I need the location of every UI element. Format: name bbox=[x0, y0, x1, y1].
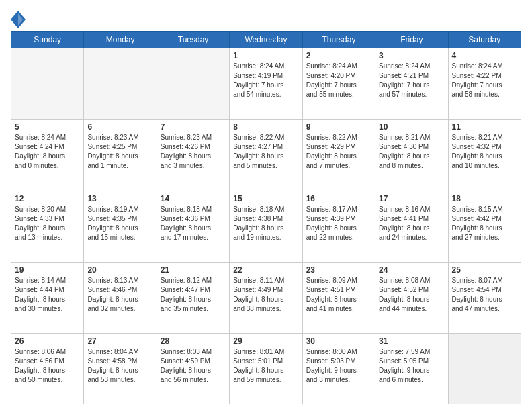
day-info: Sunrise: 8:19 AM Sunset: 4:35 PM Dayligh… bbox=[87, 205, 152, 242]
day-info: Sunrise: 8:16 AM Sunset: 4:41 PM Dayligh… bbox=[379, 205, 444, 242]
day-cell: 14Sunrise: 8:18 AM Sunset: 4:36 PM Dayli… bbox=[157, 191, 229, 262]
week-row: 5Sunrise: 8:24 AM Sunset: 4:24 PM Daylig… bbox=[11, 120, 521, 191]
day-info: Sunrise: 8:03 AM Sunset: 4:59 PM Dayligh… bbox=[161, 347, 226, 385]
day-cell: 22Sunrise: 8:11 AM Sunset: 4:49 PM Dayli… bbox=[230, 262, 302, 333]
day-info: Sunrise: 8:06 AM Sunset: 4:56 PM Dayligh… bbox=[15, 347, 80, 385]
day-info: Sunrise: 8:14 AM Sunset: 4:44 PM Dayligh… bbox=[15, 276, 80, 314]
day-number: 20 bbox=[87, 265, 152, 275]
day-number: 22 bbox=[233, 265, 298, 275]
day-cell: 3Sunrise: 8:24 AM Sunset: 4:21 PM Daylig… bbox=[375, 48, 448, 120]
day-cell: 31Sunrise: 7:59 AM Sunset: 5:05 PM Dayli… bbox=[375, 334, 448, 404]
day-cell: 27Sunrise: 8:04 AM Sunset: 4:58 PM Dayli… bbox=[84, 334, 157, 404]
day-number: 7 bbox=[161, 122, 226, 132]
day-number: 3 bbox=[379, 51, 444, 60]
day-number: 4 bbox=[452, 51, 517, 60]
day-info: Sunrise: 8:23 AM Sunset: 4:26 PM Dayligh… bbox=[161, 133, 226, 171]
day-cell bbox=[84, 48, 157, 120]
day-cell: 6Sunrise: 8:23 AM Sunset: 4:25 PM Daylig… bbox=[84, 120, 157, 191]
day-number: 1 bbox=[233, 51, 298, 60]
day-cell: 18Sunrise: 8:15 AM Sunset: 4:42 PM Dayli… bbox=[448, 191, 521, 262]
day-cell: 26Sunrise: 8:06 AM Sunset: 4:56 PM Dayli… bbox=[11, 334, 84, 404]
day-number: 24 bbox=[379, 265, 444, 275]
day-info: Sunrise: 8:12 AM Sunset: 4:47 PM Dayligh… bbox=[161, 276, 226, 314]
day-cell: 30Sunrise: 8:00 AM Sunset: 5:03 PM Dayli… bbox=[302, 334, 375, 404]
day-info: Sunrise: 8:23 AM Sunset: 4:25 PM Dayligh… bbox=[87, 133, 152, 171]
header bbox=[11, 11, 521, 26]
day-number: 18 bbox=[452, 194, 517, 203]
calendar-header: SundayMondayTuesdayWednesdayThursdayFrid… bbox=[11, 32, 521, 48]
week-row: 19Sunrise: 8:14 AM Sunset: 4:44 PM Dayli… bbox=[11, 262, 521, 333]
day-number: 21 bbox=[161, 265, 226, 275]
day-number: 2 bbox=[306, 51, 371, 60]
day-cell: 19Sunrise: 8:14 AM Sunset: 4:44 PM Dayli… bbox=[11, 262, 84, 333]
day-info: Sunrise: 8:08 AM Sunset: 4:52 PM Dayligh… bbox=[379, 276, 444, 314]
day-header: Friday bbox=[375, 32, 448, 48]
day-cell: 15Sunrise: 8:18 AM Sunset: 4:38 PM Dayli… bbox=[230, 191, 302, 262]
day-info: Sunrise: 8:24 AM Sunset: 4:21 PM Dayligh… bbox=[379, 62, 444, 99]
day-cell: 17Sunrise: 8:16 AM Sunset: 4:41 PM Dayli… bbox=[375, 191, 448, 262]
day-header: Thursday bbox=[302, 32, 375, 48]
day-number: 8 bbox=[233, 122, 298, 132]
day-number: 9 bbox=[306, 122, 371, 132]
day-cell: 2Sunrise: 8:24 AM Sunset: 4:20 PM Daylig… bbox=[302, 48, 375, 120]
day-cell: 1Sunrise: 8:24 AM Sunset: 4:19 PM Daylig… bbox=[230, 48, 302, 120]
day-info: Sunrise: 8:21 AM Sunset: 4:30 PM Dayligh… bbox=[379, 133, 444, 171]
day-cell: 10Sunrise: 8:21 AM Sunset: 4:30 PM Dayli… bbox=[375, 120, 448, 191]
day-header: Saturday bbox=[448, 32, 521, 48]
day-number: 29 bbox=[233, 336, 298, 346]
day-cell bbox=[157, 48, 229, 120]
day-number: 13 bbox=[87, 194, 152, 203]
page: SundayMondayTuesdayWednesdayThursdayFrid… bbox=[0, 0, 532, 411]
day-cell: 12Sunrise: 8:20 AM Sunset: 4:33 PM Dayli… bbox=[11, 191, 84, 262]
day-info: Sunrise: 8:24 AM Sunset: 4:22 PM Dayligh… bbox=[452, 62, 517, 99]
calendar-body: 1Sunrise: 8:24 AM Sunset: 4:19 PM Daylig… bbox=[11, 48, 521, 404]
day-number: 23 bbox=[306, 265, 371, 275]
day-header: Monday bbox=[84, 32, 157, 48]
day-info: Sunrise: 7:59 AM Sunset: 5:05 PM Dayligh… bbox=[379, 347, 444, 385]
day-info: Sunrise: 8:22 AM Sunset: 4:27 PM Dayligh… bbox=[233, 133, 298, 171]
logo-icon bbox=[11, 11, 23, 26]
day-number: 5 bbox=[15, 122, 80, 132]
day-number: 17 bbox=[379, 194, 444, 203]
day-cell: 24Sunrise: 8:08 AM Sunset: 4:52 PM Dayli… bbox=[375, 262, 448, 333]
day-info: Sunrise: 8:24 AM Sunset: 4:20 PM Dayligh… bbox=[306, 62, 371, 99]
day-cell: 25Sunrise: 8:07 AM Sunset: 4:54 PM Dayli… bbox=[448, 262, 521, 333]
day-info: Sunrise: 8:24 AM Sunset: 4:19 PM Dayligh… bbox=[233, 62, 298, 99]
day-number: 26 bbox=[15, 336, 80, 346]
day-info: Sunrise: 8:20 AM Sunset: 4:33 PM Dayligh… bbox=[15, 205, 80, 242]
day-cell: 8Sunrise: 8:22 AM Sunset: 4:27 PM Daylig… bbox=[230, 120, 302, 191]
day-number: 25 bbox=[452, 265, 517, 275]
day-number: 31 bbox=[379, 336, 444, 346]
day-cell: 5Sunrise: 8:24 AM Sunset: 4:24 PM Daylig… bbox=[11, 120, 84, 191]
day-info: Sunrise: 8:13 AM Sunset: 4:46 PM Dayligh… bbox=[87, 276, 152, 314]
header-row: SundayMondayTuesdayWednesdayThursdayFrid… bbox=[11, 32, 521, 48]
day-cell: 4Sunrise: 8:24 AM Sunset: 4:22 PM Daylig… bbox=[448, 48, 521, 120]
day-number: 11 bbox=[452, 122, 517, 132]
day-info: Sunrise: 8:09 AM Sunset: 4:51 PM Dayligh… bbox=[306, 276, 371, 314]
day-info: Sunrise: 8:24 AM Sunset: 4:24 PM Dayligh… bbox=[15, 133, 80, 171]
week-row: 1Sunrise: 8:24 AM Sunset: 4:19 PM Daylig… bbox=[11, 48, 521, 120]
day-number: 6 bbox=[87, 122, 152, 132]
day-number: 12 bbox=[15, 194, 80, 203]
day-number: 28 bbox=[161, 336, 226, 346]
day-cell: 28Sunrise: 8:03 AM Sunset: 4:59 PM Dayli… bbox=[157, 334, 229, 404]
week-row: 26Sunrise: 8:06 AM Sunset: 4:56 PM Dayli… bbox=[11, 334, 521, 404]
day-cell: 9Sunrise: 8:22 AM Sunset: 4:29 PM Daylig… bbox=[302, 120, 375, 191]
day-cell bbox=[11, 48, 84, 120]
day-cell: 7Sunrise: 8:23 AM Sunset: 4:26 PM Daylig… bbox=[157, 120, 229, 191]
day-info: Sunrise: 8:11 AM Sunset: 4:49 PM Dayligh… bbox=[233, 276, 298, 314]
day-cell: 13Sunrise: 8:19 AM Sunset: 4:35 PM Dayli… bbox=[84, 191, 157, 262]
day-cell: 11Sunrise: 8:21 AM Sunset: 4:32 PM Dayli… bbox=[448, 120, 521, 191]
day-cell: 21Sunrise: 8:12 AM Sunset: 4:47 PM Dayli… bbox=[157, 262, 229, 333]
day-number: 30 bbox=[306, 336, 371, 346]
day-header: Wednesday bbox=[230, 32, 302, 48]
day-info: Sunrise: 8:17 AM Sunset: 4:39 PM Dayligh… bbox=[306, 205, 371, 242]
day-cell: 23Sunrise: 8:09 AM Sunset: 4:51 PM Dayli… bbox=[302, 262, 375, 333]
day-number: 16 bbox=[306, 194, 371, 203]
day-info: Sunrise: 8:22 AM Sunset: 4:29 PM Dayligh… bbox=[306, 133, 371, 171]
calendar-table: SundayMondayTuesdayWednesdayThursdayFrid… bbox=[11, 31, 521, 404]
day-number: 14 bbox=[161, 194, 226, 203]
day-cell: 16Sunrise: 8:17 AM Sunset: 4:39 PM Dayli… bbox=[302, 191, 375, 262]
logo bbox=[11, 11, 26, 26]
day-info: Sunrise: 8:15 AM Sunset: 4:42 PM Dayligh… bbox=[452, 205, 517, 242]
